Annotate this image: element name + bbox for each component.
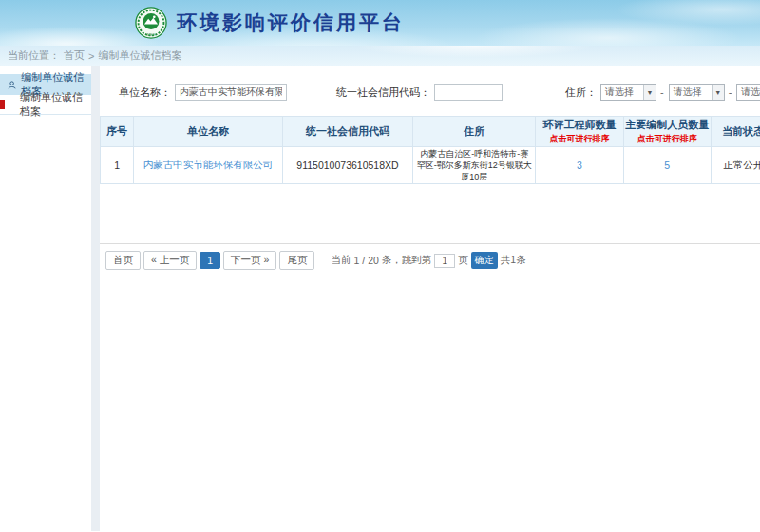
- active-marker: [0, 100, 5, 109]
- sidebar-item-label: 编制单位诚信档案: [20, 90, 91, 119]
- credit-code-label: 统一社会信用代码：: [336, 86, 430, 100]
- confirm-jump-button[interactable]: 确定: [471, 252, 498, 269]
- breadcrumb-home-link[interactable]: 首页: [64, 48, 85, 63]
- col-engineer-count-sortable[interactable]: 环评工程师数量 点击可进行排序: [536, 117, 623, 147]
- row-credit-code: 9115010073610518XD: [282, 147, 412, 184]
- total-pages-number: 20: [368, 255, 379, 266]
- address-label: 住所：: [565, 86, 597, 100]
- chevron-down-icon[interactable]: ▼: [643, 85, 656, 100]
- chevron-down-icon[interactable]: ▼: [712, 85, 724, 100]
- breadcrumb-separator: >: [88, 50, 94, 62]
- district-select[interactable]: 请选择 ▼: [736, 84, 760, 101]
- last-page-button[interactable]: 尾页: [279, 251, 314, 270]
- breadcrumb: 当前位置： 首页 > 编制单位诚信档案: [0, 46, 760, 66]
- unit-name-input[interactable]: [175, 84, 287, 101]
- city-select[interactable]: 请选择 ▼: [669, 84, 725, 101]
- app-header: MEE 环境影响评价信用平台: [0, 0, 760, 46]
- row-index: 1: [101, 147, 134, 184]
- staff-count-link[interactable]: 5: [664, 160, 670, 171]
- col-status: 当前状态: [711, 117, 760, 147]
- content-area: 编制单位诚信档案 编制单位诚信档案 单位名称： 统一社会信用代码： 住所： 请选…: [0, 66, 760, 531]
- jump-page-input[interactable]: [434, 254, 455, 268]
- results-table: 序号 单位名称 统一社会信用代码 住所 环评工程师数量 点击可进行排序 主要编制…: [100, 116, 760, 184]
- prev-page-button[interactable]: « 上一页: [143, 251, 197, 270]
- pagination-info: 当前 1 / 20 条，跳到第 页 确定 共1条: [331, 252, 525, 269]
- address-separator: -: [660, 86, 664, 98]
- col-address: 住所: [413, 117, 536, 147]
- page-title: 环境影响评价信用平台: [177, 10, 405, 36]
- province-select[interactable]: 请选择 ▼: [600, 84, 656, 101]
- page-1-button[interactable]: 1: [200, 252, 220, 269]
- table-header-row: 序号 单位名称 统一社会信用代码 住所 环评工程师数量 点击可进行排序 主要编制…: [101, 117, 760, 147]
- sort-hint: 点击可进行排序: [624, 133, 711, 145]
- status-text: 正常公开: [711, 147, 760, 184]
- col-unit-name: 单位名称: [134, 117, 283, 147]
- engineer-count-link[interactable]: 3: [577, 160, 582, 171]
- sidebar: 编制单位诚信档案 编制单位诚信档案: [0, 66, 91, 531]
- table-row: 1 内蒙古中实节能环保有限公司 9115010073610518XD 内蒙古自治…: [101, 147, 760, 184]
- col-index: 序号: [101, 117, 134, 147]
- unit-name-link[interactable]: 内蒙古中实节能环保有限公司: [143, 159, 274, 170]
- first-page-button[interactable]: 首页: [105, 251, 141, 270]
- breadcrumb-current: 编制单位诚信档案: [98, 48, 181, 63]
- mee-logo-icon: MEE: [135, 7, 167, 39]
- svg-text:MEE: MEE: [147, 32, 156, 37]
- layout-gutter: [91, 66, 100, 531]
- search-form: 单位名称： 统一社会信用代码： 住所： 请选择 ▼ - 请选择 ▼ - 请选择 …: [100, 80, 760, 104]
- unit-name-label: 单位名称：: [119, 86, 171, 100]
- total-records: 共1条: [501, 254, 526, 267]
- row-address: 内蒙古自治区-呼和浩特市-赛罕区-鄂尔多斯东街12号银联大厦10层: [413, 147, 536, 184]
- col-credit-code: 统一社会信用代码: [282, 117, 412, 147]
- credit-code-input[interactable]: [434, 84, 503, 101]
- sort-hint: 点击可进行排序: [536, 133, 622, 145]
- col-staff-count-sortable[interactable]: 主要编制人员数量 点击可进行排序: [623, 117, 711, 147]
- user-icon: [8, 80, 16, 90]
- address-separator: -: [729, 86, 732, 98]
- sidebar-item-archives[interactable]: 编制单位诚信档案: [0, 95, 91, 115]
- pagination: 首页 « 上一页 1 下一页 » 尾页 当前 1 / 20 条，跳到第 页 确定…: [100, 243, 760, 270]
- main-panel: 单位名称： 统一社会信用代码： 住所： 请选择 ▼ - 请选择 ▼ - 请选择 …: [100, 66, 760, 531]
- next-page-button[interactable]: 下一页 »: [223, 251, 276, 270]
- breadcrumb-prefix: 当前位置：: [8, 48, 60, 63]
- current-page-number: 1: [353, 255, 359, 266]
